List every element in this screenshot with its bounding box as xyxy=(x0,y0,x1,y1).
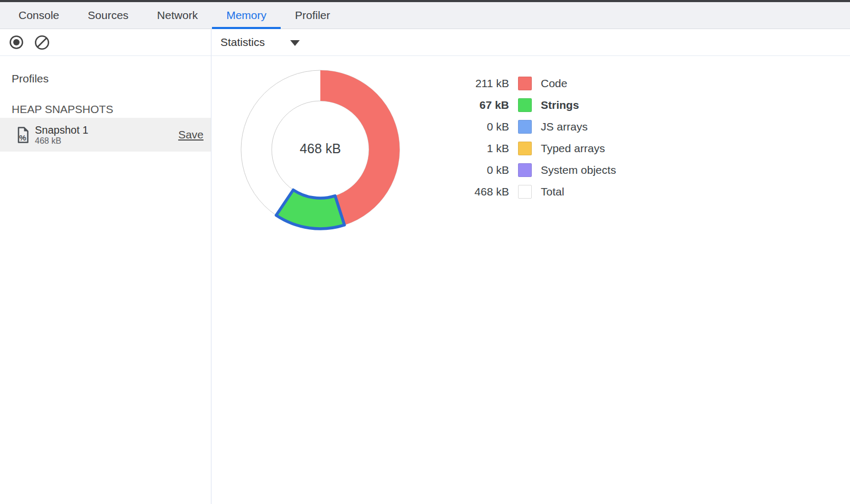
legend-row-code: 211 kBCode xyxy=(467,72,616,94)
tab-bar: ConsoleSourcesNetworkMemoryProfiler xyxy=(0,2,850,29)
legend-swatch-total xyxy=(518,185,532,199)
snapshot-list: %Snapshot 1468 kBSave xyxy=(0,118,211,152)
tab-profiler[interactable]: Profiler xyxy=(281,2,345,29)
donut-chart-svg xyxy=(238,67,403,232)
take-heap-snapshot-button[interactable] xyxy=(8,34,24,50)
legend-label: Strings xyxy=(541,99,579,111)
perspective-dropdown-value: Statistics xyxy=(220,36,265,49)
legend-swatch-typed-arrays xyxy=(518,142,532,155)
chart-legend: 211 kBCode67 kBStrings0 kBJS arrays1 kBT… xyxy=(467,72,616,202)
record-icon xyxy=(8,34,24,50)
legend-label: Total xyxy=(541,185,564,198)
legend-label: System objects xyxy=(541,164,616,176)
snapshot-name: Snapshot 1 xyxy=(35,124,88,136)
snapshot-file-icon: % xyxy=(16,126,30,144)
legend-swatch-code xyxy=(518,77,532,90)
legend-row-js-arrays: 0 kBJS arrays xyxy=(467,116,616,137)
snapshot-info: Snapshot 1468 kB xyxy=(35,124,88,146)
snapshot-save-link[interactable]: Save xyxy=(178,128,204,141)
tab-console[interactable]: Console xyxy=(4,2,73,29)
legend-swatch-js-arrays xyxy=(518,120,532,134)
legend-value: 1 kB xyxy=(467,142,509,155)
clear-profiles-button[interactable] xyxy=(34,34,50,51)
legend-value: 0 kB xyxy=(467,120,509,133)
tab-memory[interactable]: Memory xyxy=(212,2,281,29)
donut-ring-outline xyxy=(272,101,369,198)
profiles-sidebar: Profiles HEAP SNAPSHOTS %Snapshot 1468 k… xyxy=(0,56,211,504)
clear-icon xyxy=(34,34,50,51)
legend-value: 211 kB xyxy=(467,77,509,90)
legend-value: 67 kB xyxy=(467,99,509,111)
memory-toolbar: Statistics xyxy=(0,29,850,56)
legend-row-total: 468 kBTotal xyxy=(467,181,616,202)
dropdown-arrow-icon xyxy=(290,40,300,46)
legend-value: 0 kB xyxy=(467,164,509,176)
snapshot-size: 468 kB xyxy=(35,136,88,146)
panel-content: Profiles HEAP SNAPSHOTS %Snapshot 1468 k… xyxy=(0,56,850,504)
profiler-controls xyxy=(0,29,211,55)
svg-text:%: % xyxy=(19,133,26,142)
snapshot-item-snapshot-1[interactable]: %Snapshot 1468 kBSave xyxy=(0,118,211,152)
devtools-panel: ConsoleSourcesNetworkMemoryProfiler Stat… xyxy=(0,0,850,504)
legend-swatch-system-objects xyxy=(518,163,532,177)
legend-label: Typed arrays xyxy=(541,142,605,155)
donut-slice-strings[interactable] xyxy=(276,190,344,229)
tab-network[interactable]: Network xyxy=(143,2,212,29)
heap-snapshots-section-title: HEAP SNAPSHOTS xyxy=(12,102,211,116)
profiles-title: Profiles xyxy=(12,72,211,86)
tab-sources[interactable]: Sources xyxy=(73,2,143,29)
perspective-dropdown[interactable]: Statistics xyxy=(220,36,300,49)
legend-row-typed-arrays: 1 kBTyped arrays xyxy=(467,137,616,159)
legend-row-system-objects: 0 kBSystem objects xyxy=(467,159,616,181)
legend-label: JS arrays xyxy=(541,120,588,133)
view-toolbar: Statistics xyxy=(211,29,850,55)
legend-row-strings: 67 kBStrings xyxy=(467,94,616,116)
legend-value: 468 kB xyxy=(467,185,509,198)
heap-donut-chart: 468 kB xyxy=(238,67,403,232)
legend-label: Code xyxy=(541,77,567,90)
statistics-view: 468 kB 211 kBCode67 kBStrings0 kBJS arra… xyxy=(211,56,850,504)
legend-swatch-strings xyxy=(518,98,532,112)
